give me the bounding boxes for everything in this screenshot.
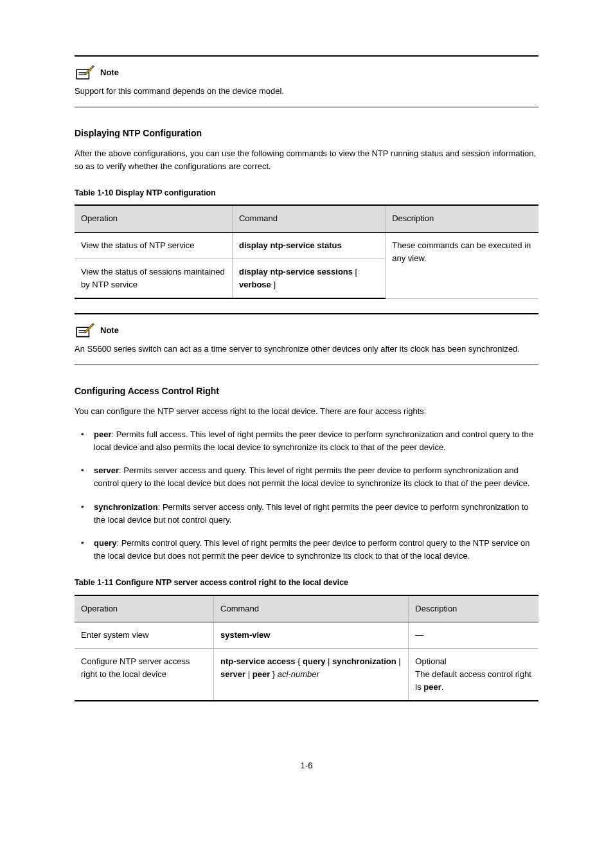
t2r1-desc: — [409, 622, 538, 648]
table-row: View the status of NTP service display n… [75, 232, 538, 258]
list-item: synchronization: Permits server access o… [94, 501, 538, 527]
table-row: Configure NTP server access right to the… [75, 648, 538, 701]
t2r2-cmd: ntp-service access { query | synchroniza… [214, 648, 409, 701]
t1r2-cmd-p0: display ntp-service sessions [239, 267, 353, 276]
t1r2-cmd: display ntp-service sessions [ verbose ] [232, 258, 385, 298]
access-rights-list: peer: Permits full access. This level of… [75, 428, 538, 563]
t2r1-op: Enter system view [75, 622, 214, 648]
note1-rule-top [75, 55, 538, 57]
table2-header-row: Operation Command Description [75, 595, 538, 622]
t1-desc: These commands can be executed in any vi… [386, 232, 538, 298]
page-number: 1-6 [75, 759, 538, 772]
t2r2-desc: Optional The default access control righ… [409, 648, 538, 701]
t2r2-c4: synchronization [332, 656, 396, 666]
note2-head: Note [75, 322, 538, 339]
t2r2-c10: acl-number [278, 669, 319, 679]
table1-h-op: Operation [75, 205, 232, 232]
section2-title: Configuring Access Control Right [75, 384, 538, 399]
t2r2-c2: query [303, 656, 325, 666]
t2r2-desc-l1b: peer [423, 682, 441, 692]
t1r1-op: View the status of NTP service [75, 232, 232, 258]
note2-text: An S5600 series switch can act as a time… [75, 343, 538, 356]
t2r2-desc-l1-wrap: The default access control right is peer… [415, 668, 532, 694]
table2-h-op: Operation [75, 595, 214, 622]
b0-rest: : Permits full access. This level of rig… [94, 429, 533, 452]
t1r2-cmd-p3: ] [271, 280, 276, 289]
note1-text: Support for this command depends on the … [75, 85, 538, 98]
t2r2-desc-l0: Optional [415, 655, 532, 668]
b1-lead: server [94, 466, 119, 475]
table1-h-desc: Description [386, 205, 538, 232]
table1-h-cmd: Command [232, 205, 385, 232]
t2r2-c5: | [396, 656, 401, 666]
t2r1-cmd-text: system-view [220, 630, 270, 640]
t1r1-cmd-text: display ntp-service status [239, 240, 342, 250]
b3-lead: query [94, 538, 116, 548]
table2-h-desc: Description [409, 595, 538, 622]
t2r2-c0: ntp-service access [220, 656, 295, 666]
table-display-ntp: Operation Command Description View the s… [75, 204, 538, 299]
t2r2-op: Configure NTP server access right to the… [75, 648, 214, 701]
note-icon [75, 322, 95, 339]
note-block-2: Note An S5600 series switch can act as a… [75, 313, 538, 365]
b2-lead: synchronization [94, 502, 158, 512]
table-row: Enter system view system-view — [75, 622, 538, 648]
section1-title: Displaying NTP Configuration [75, 127, 538, 141]
note2-label: Note [100, 324, 119, 337]
t2r2-desc-l1c: . [441, 682, 444, 692]
table2-h-cmd: Command [214, 595, 409, 622]
t2r2-c8: peer [253, 669, 270, 679]
list-item: query: Permits control query. This level… [94, 537, 538, 563]
note1-rule-bottom [75, 107, 538, 107]
section2-intro: You can configure the NTP server access … [75, 405, 538, 418]
note-block-1: Note Support for this command depends on… [75, 55, 538, 107]
b1-rest: : Permits server access and query. This … [94, 466, 530, 488]
note1-label: Note [100, 66, 119, 79]
b3-rest: : Permits control query. This level of r… [94, 538, 529, 561]
t1r2-cmd-p2: verbose [239, 280, 271, 289]
table-access-control: Operation Command Description Enter syst… [75, 595, 538, 702]
t1r2-op: View the status of sessions maintained b… [75, 258, 232, 298]
b0-lead: peer [94, 429, 111, 439]
list-item: server: Permits server access and query.… [94, 464, 538, 490]
t2r1-cmd: system-view [214, 622, 409, 648]
t2r2-c1: { [295, 656, 303, 666]
section1-intro: After the above configurations, you can … [75, 147, 538, 173]
table1-caption: Table 1-10 Display NTP configuration [75, 187, 538, 199]
t2r2-c6: server [220, 669, 245, 679]
note-icon [75, 64, 95, 81]
t1r2-cmd-p1: [ [353, 267, 357, 276]
t1r1-cmd: display ntp-service status [232, 232, 385, 258]
b2-rest: : Permits server access only. This level… [94, 502, 529, 525]
note1-head: Note [75, 64, 538, 81]
table1-header-row: Operation Command Description [75, 205, 538, 232]
note2-rule-top [75, 313, 538, 314]
note2-rule-bottom [75, 365, 538, 365]
list-item: peer: Permits full access. This level of… [94, 428, 538, 454]
t2r2-c9: } [270, 669, 278, 679]
table2-caption: Table 1-11 Configure NTP server access c… [75, 577, 538, 589]
t2r2-c3: | [325, 656, 332, 666]
t2r2-c7: | [245, 669, 253, 679]
